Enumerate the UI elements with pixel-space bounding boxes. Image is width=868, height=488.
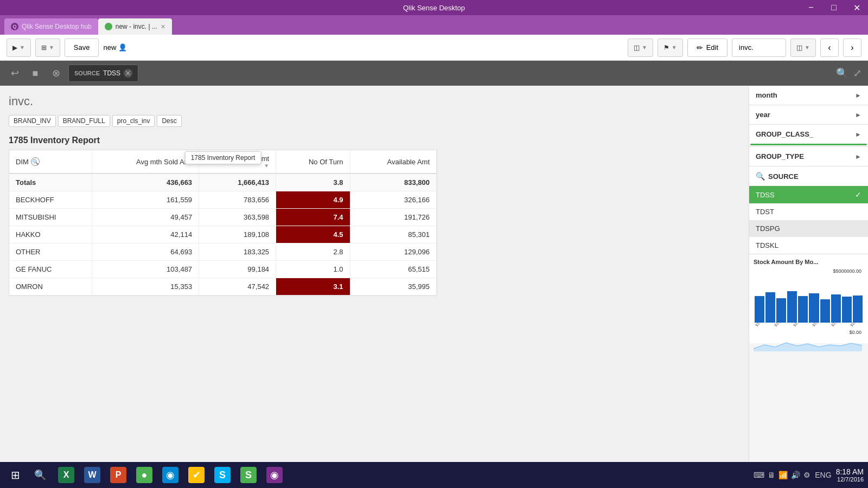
excel-icon: X [58,467,74,483]
sheet-select-btn[interactable]: ◫ ▼ [790,38,816,57]
chart-section: Stock Amount By Mo... $5000000.00 $1,5 [749,254,868,343]
main-area: invc. BRAND_INV BRAND_FULL pro_cls_inv D… [0,86,868,462]
settings-icon: ⚙ [803,471,810,479]
cell-available-amt: 85,301 [350,226,436,243]
cell-no-of-turn: 1.0 [276,261,350,278]
maximize-button[interactable]: □ [822,0,845,15]
nav-btn-1[interactable]: ▶ ▼ [7,38,31,57]
crop-button[interactable]: ■ [27,65,43,81]
selection-search-icon[interactable]: 🔍 [836,67,848,79]
close-button[interactable]: ✕ [845,0,868,15]
sheet-display: invc. [732,38,786,57]
cell-available-amt: 65,515 [350,261,436,278]
chart-y-max: $5000000.00 [754,268,864,274]
filter-year-header[interactable]: year ► [749,105,868,124]
selection-expand-icon[interactable]: ⤢ [853,67,861,79]
network-icon: 📶 [778,471,788,479]
report-title: 1785 Inventory Report [9,136,740,145]
source-item-tdskl[interactable]: TDSKL [749,237,868,254]
taskbar-powerpoint[interactable]: P [106,464,130,486]
tab-invc[interactable]: new - invc. | ... ✕ [98,18,172,35]
close-selection-button[interactable]: ⊗ [48,65,64,81]
page-title: invc. [9,94,740,108]
filter-chip-brand-inv[interactable]: BRAND_INV [9,115,56,127]
cell-available-amt: 191,726 [350,209,436,226]
taskbar-green-app[interactable]: ● [132,464,156,486]
cell-avg-mth: 161,559 [92,191,199,209]
cell-available-amt: 129,096 [350,243,436,261]
bar-5 [798,296,808,323]
clock-date: 12/7/2016 [836,476,864,483]
tooltip: 1785 Inventory Report [185,151,261,164]
next-arrow-icon: › [851,43,853,53]
edit-label: Edit [706,43,718,52]
taskbar-word[interactable]: W [80,464,104,486]
mini-chart-container: $5000000.00 $1,558,7... $1,558,7... [754,268,864,339]
bar-2 [765,292,775,323]
window-title: Qlik Sense Desktop [403,4,465,12]
taskbar-skype[interactable]: S [210,464,234,486]
filter-year-title: year [756,111,770,119]
inventory-table: DIM 🔍 Avg mth Sold Amt HAND_Amt ▼ No Of … [9,150,437,296]
cell-dim: MITSUBISHI [9,209,92,226]
cell-hand-amt: 189,108 [199,226,276,243]
source-item-tdst[interactable]: TDST [749,203,868,220]
taskbar-right: ⌨ 🖥 📶 🔊 ⚙ ENG 8:18 AM 12/7/2016 [754,467,864,483]
cell-hand-amt: 783,656 [199,191,276,209]
tab-hub[interactable]: Q Qlik Sense Desktop hub [4,18,98,35]
tab-close-button[interactable]: ✕ [161,23,165,30]
save-button[interactable]: Save [65,38,99,57]
back-button[interactable]: ↩ [7,65,23,81]
taskbar-excel[interactable]: X [54,464,78,486]
table-row: GE FANUC 103,487 99,184 1.0 65,515 [9,261,437,278]
filter-group-class-header[interactable]: GROUP_CLASS_ ► [749,125,868,144]
cell-avg-mth: 15,353 [92,278,199,296]
blue-app-icon: ◉ [162,467,178,483]
minimize-button[interactable]: − [800,0,822,15]
cell-dim: OMRON [9,278,92,296]
bar-8 [831,294,841,323]
bar-label-5: $1,558,7... [831,323,845,327]
filter-chip-pro-cls[interactable]: pro_cls_inv [112,115,155,127]
sheet-badge: new 👤 [103,43,127,52]
word-icon: W [84,467,100,483]
layout-btn[interactable]: ◫ ▼ [628,38,653,57]
bar-4 [787,291,797,323]
cell-dim: HAKKO [9,226,92,243]
filter-chip-brand-full[interactable]: BRAND_FULL [58,115,110,127]
prev-arrow-icon: ‹ [828,43,831,53]
filter-chip-desc[interactable]: Desc [157,115,181,127]
keyboard-icon: ⌨ [754,471,764,479]
taskbar-search[interactable]: 🔍 [28,464,52,486]
edit-button[interactable]: ✏ Edit [687,38,727,57]
nav-btn-2[interactable]: ⊞ ▼ [35,38,60,57]
windows-icon: ⊞ [11,468,20,481]
green-app-icon: ● [136,467,152,483]
col-header-dim: DIM 🔍 [9,150,92,174]
prev-sheet-button[interactable]: ‹ [820,38,839,57]
next-sheet-button[interactable]: › [843,38,861,57]
source-header: 🔍 SOURCE [749,166,868,186]
taskbar-blue-app[interactable]: ◉ [158,464,182,486]
purple-app-icon: ◉ [266,467,283,483]
taskbar-yellow-app[interactable]: ✔ [184,464,208,486]
filter-group-type-header[interactable]: GROUP_TYPE ► [749,147,868,166]
filter-year: year ► [749,105,868,125]
source-item-tdss[interactable]: TDSS ✓ [749,186,868,203]
source-chip-close[interactable]: ✕ [124,69,132,78]
taskbar-skype-green[interactable]: S [237,464,260,486]
tab-green-icon [105,23,112,30]
dim-search-icon[interactable]: 🔍 [31,157,40,166]
window-controls: − □ ✕ [800,0,868,15]
hand-sort-arrow: ▼ [264,163,269,169]
start-button[interactable]: ⊞ [4,464,26,486]
dropdown-arrow-3: ▼ [642,44,647,50]
sheet-display-text: invc. [739,43,754,52]
source-item-tdspg[interactable]: TDSPG [749,220,868,237]
bar-9 [842,297,852,323]
title-bar: Qlik Sense Desktop − □ ✕ [0,0,868,15]
taskbar-purple-app[interactable]: ◉ [263,464,286,486]
cell-no-of-turn: 2.8 [276,243,350,261]
bookmark-btn[interactable]: ⚑ ▼ [658,38,683,57]
filter-month-header[interactable]: month ► [749,86,868,105]
